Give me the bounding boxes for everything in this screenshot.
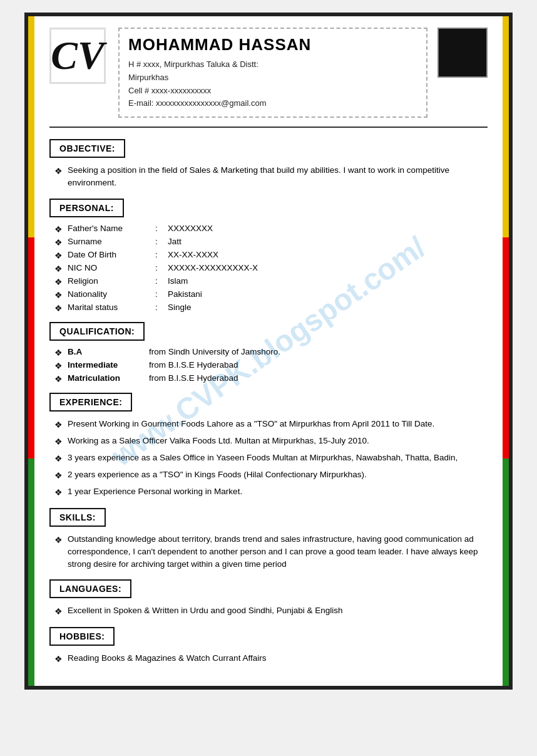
personal-row: ❖ Surname : Jatt: [49, 237, 488, 247]
experience-item: ❖ 2 years experience as a "TSO" in Kings…: [49, 469, 488, 482]
personal-value: XXXXX-XXXXXXXXX-X: [168, 263, 488, 272]
personal-row: ❖ NIC NO : XXXXX-XXXXXXXXX-X: [49, 263, 488, 274]
experience-item: ❖ 3 years experience as a Sales Office i…: [49, 452, 488, 465]
objective-section: OBJECTIVE: ❖ Seeking a position in the f…: [49, 139, 488, 190]
resume-page: www.CVPK.blogspot.com/ CV MOHAMMAD HASSA…: [24, 13, 513, 690]
personal-label: Marital status: [68, 303, 155, 312]
diamond-icon: ❖: [54, 264, 63, 274]
hobbies-header: HOBBIES:: [49, 627, 115, 646]
personal-row: ❖ Religion : Islam: [49, 276, 488, 287]
experience-item: ❖ Working as a Sales Officer Valka Foods…: [49, 435, 488, 448]
personal-colon: :: [155, 224, 168, 233]
hobbies-section: HOBBIES: ❖ Reading Books & Magazines & W…: [49, 627, 488, 666]
diamond-icon: ❖: [54, 534, 63, 547]
qualification-row: ❖ Matriculation from B.I.S.E Hyderabad: [49, 373, 488, 384]
personal-colon: :: [155, 276, 168, 286]
personal-rows: ❖ Father's Name : XXXXXXXX ❖ Surname : J…: [49, 224, 488, 313]
qual-detail: from Sindh University of Jamshoro.: [149, 347, 488, 356]
diamond-icon: ❖: [54, 374, 63, 384]
personal-row: ❖ Nationality : Pakistani: [49, 289, 488, 300]
experience-text: 3 years experience as a Sales Office in …: [68, 452, 458, 464]
personal-label: Date Of Birth: [68, 250, 155, 259]
experience-section: EXPERIENCE: ❖ Present Working in Gourmen…: [49, 393, 488, 499]
personal-label: Surname: [68, 237, 155, 246]
skills-header: SKILLS:: [49, 508, 106, 527]
personal-section: PERSONAL: ❖ Father's Name : XXXXXXXX ❖ S…: [49, 199, 488, 313]
diamond-icon: ❖: [54, 303, 63, 313]
resume-header: CV MOHAMMAD HASSAN H # xxxx, Mirpurkhas …: [49, 28, 488, 128]
personal-value: Pakistani: [168, 289, 488, 299]
personal-value: XXXXXXXX: [168, 224, 488, 233]
personal-label: NIC NO: [68, 263, 155, 272]
personal-colon: :: [155, 237, 168, 246]
diamond-icon: ❖: [54, 418, 63, 432]
diamond-icon: ❖: [54, 469, 63, 482]
qualification-rows: ❖ B.A from Sindh University of Jamshoro.…: [49, 347, 488, 384]
personal-colon: :: [155, 250, 168, 259]
personal-value: XX-XX-XXXX: [168, 250, 488, 259]
diamond-icon: ❖: [54, 348, 63, 358]
diamond-icon: ❖: [54, 653, 63, 666]
languages-section: LANGUAGES: ❖ Excellent in Spoken & Writt…: [49, 579, 488, 618]
experience-text: Present Working in Gourment Foods Lahore…: [68, 418, 434, 430]
hobbies-text: ❖ Reading Books & Magazines & Watch Curr…: [49, 652, 488, 666]
personal-value: Single: [168, 303, 488, 312]
experience-text: Working as a Sales Officer Valka Foods L…: [68, 435, 369, 447]
header-address: H # xxxx, Mirpurkhas Taluka & Distt: Mir…: [128, 58, 417, 110]
skills-section: SKILLS: ❖ Outstanding knowledge about te…: [49, 508, 488, 571]
diamond-icon: ❖: [54, 290, 63, 300]
languages-text: ❖ Excellent in Spoken & Written in Urdu …: [49, 604, 488, 618]
experience-text: 2 years experience as a "TSO" in Kings F…: [68, 469, 367, 481]
diamond-icon: ❖: [54, 605, 63, 618]
diamond-icon: ❖: [54, 361, 63, 371]
qual-degree: B.A: [68, 347, 149, 356]
personal-row: ❖ Father's Name : XXXXXXXX: [49, 224, 488, 234]
diamond-icon: ❖: [54, 237, 63, 247]
qual-degree: Matriculation: [68, 373, 149, 383]
skills-text: ❖ Outstanding knowledge about territory,…: [49, 533, 488, 571]
objective-header: OBJECTIVE:: [49, 139, 125, 158]
languages-header: LANGUAGES:: [49, 579, 131, 598]
diamond-icon: ❖: [54, 251, 63, 261]
cv-logo: CV: [49, 28, 106, 84]
photo-placeholder: [437, 28, 488, 78]
diamond-icon: ❖: [54, 486, 63, 499]
qualification-row: ❖ Intermediate from B.I.S.E Hyderabad: [49, 360, 488, 371]
objective-text: ❖ Seeking a position in the field of Sal…: [49, 164, 488, 190]
qualification-header: QUALIFICATION:: [49, 322, 145, 341]
experience-item: ❖ Present Working in Gourment Foods Laho…: [49, 418, 488, 432]
diamond-icon: ❖: [54, 435, 63, 448]
personal-colon: :: [155, 263, 168, 272]
qual-detail: from B.I.S.E Hyderabad: [149, 373, 488, 383]
personal-label: Father's Name: [68, 224, 155, 233]
personal-value: Islam: [168, 276, 488, 286]
qual-degree: Intermediate: [68, 360, 149, 370]
personal-header: PERSONAL:: [49, 199, 124, 217]
experience-item: ❖ 1 year Experience Personal working in …: [49, 485, 488, 499]
qualification-section: QUALIFICATION: ❖ B.A from Sindh Universi…: [49, 322, 488, 384]
diamond-icon: ❖: [54, 165, 63, 178]
header-info-box: MOHAMMAD HASSAN H # xxxx, Mirpurkhas Tal…: [118, 28, 427, 118]
personal-colon: :: [155, 289, 168, 299]
personal-row: ❖ Marital status : Single: [49, 303, 488, 313]
diamond-icon: ❖: [54, 224, 63, 234]
personal-label: Nationality: [68, 289, 155, 299]
experience-header: EXPERIENCE:: [49, 393, 132, 412]
qualification-row: ❖ B.A from Sindh University of Jamshoro.: [49, 347, 488, 358]
experience-text: 1 year Experience Personal working in Ma…: [68, 485, 242, 498]
personal-colon: :: [155, 303, 168, 312]
qual-detail: from B.I.S.E Hyderabad: [149, 360, 488, 370]
diamond-icon: ❖: [54, 277, 63, 287]
personal-value: Jatt: [168, 237, 488, 246]
candidate-name: MOHAMMAD HASSAN: [128, 35, 417, 54]
diamond-icon: ❖: [54, 452, 63, 465]
personal-row: ❖ Date Of Birth : XX-XX-XXXX: [49, 250, 488, 261]
experience-items: ❖ Present Working in Gourment Foods Laho…: [49, 418, 488, 499]
personal-label: Religion: [68, 276, 155, 286]
